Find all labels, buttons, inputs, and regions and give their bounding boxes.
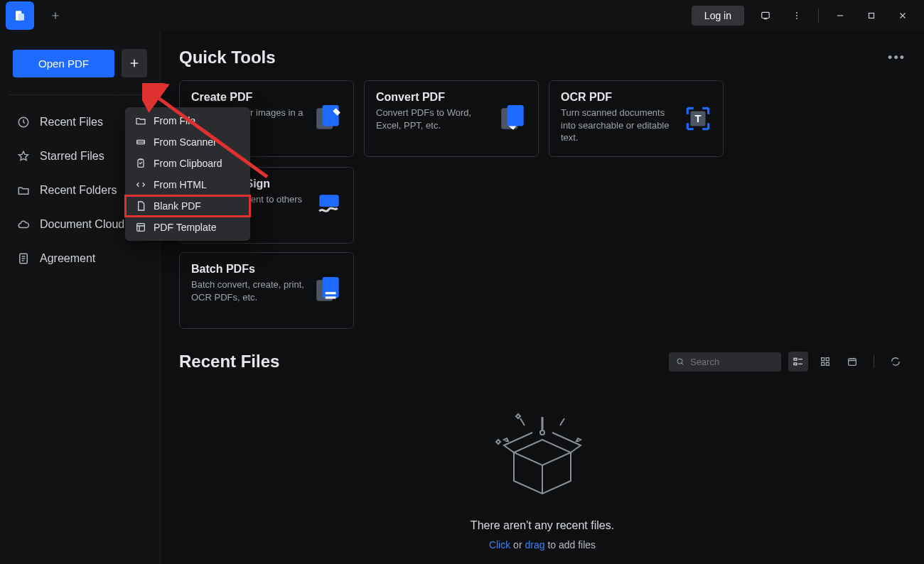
dropdown-item-pdf-template[interactable]: PDF Template	[125, 217, 250, 238]
svg-point-5	[796, 18, 797, 19]
view-list-icon[interactable]	[788, 352, 808, 372]
app-logo[interactable]	[6, 1, 34, 30]
batch-icon	[313, 276, 343, 305]
empty-sub-message: Click or drag to add files	[489, 539, 596, 551]
tool-title: Create PDF	[191, 91, 342, 104]
tools-row: Create PDF Convert files or images in a …	[179, 80, 906, 244]
search-input[interactable]	[690, 357, 774, 367]
close-icon[interactable]	[888, 4, 917, 27]
tools-row-2: Batch PDFs Batch convert, create, print,…	[179, 252, 906, 329]
scanner-icon	[135, 136, 146, 148]
recent-head: Recent Files	[179, 352, 906, 372]
quick-tools-header: Quick Tools •••	[179, 48, 906, 67]
svg-rect-25	[794, 358, 797, 360]
kebab-menu-icon[interactable]	[783, 4, 811, 27]
tool-title: OCR PDF	[561, 91, 711, 104]
recent-controls	[669, 352, 906, 372]
svg-rect-11	[137, 224, 145, 232]
minimize-icon[interactable]	[826, 4, 854, 27]
folder-icon	[135, 115, 146, 126]
svg-point-4	[796, 15, 797, 16]
dropdown-item-label: From Scanner	[154, 136, 217, 148]
divider	[9, 94, 151, 95]
esign-icon	[313, 190, 343, 220]
feedback-icon[interactable]	[751, 4, 780, 27]
txt: to add files	[545, 539, 596, 551]
svg-point-24	[677, 359, 682, 364]
cloud-icon	[17, 218, 30, 231]
empty-state: There aren't any recent files. Click or …	[179, 410, 906, 551]
sidebar-item-label: Agreement	[40, 252, 95, 265]
svg-rect-31	[849, 359, 856, 365]
titlebar-right: Log in	[692, 4, 921, 27]
login-button[interactable]: Log in	[692, 6, 744, 26]
dropdown-item-label: From HTML	[154, 179, 207, 190]
tool-title: Batch PDFs	[191, 263, 342, 276]
dropdown-item-from-scanner[interactable]: From Scanner	[125, 131, 250, 153]
sidebar-item-agreement[interactable]: Agreement	[13, 242, 147, 276]
svg-rect-14	[323, 105, 339, 126]
ocr-pdf-icon: T	[683, 104, 713, 134]
svg-point-32	[540, 430, 544, 435]
view-calendar-icon[interactable]	[842, 352, 862, 372]
more-icon[interactable]: •••	[888, 50, 906, 65]
sidebar-item-label: Starred Files	[40, 150, 104, 163]
svg-rect-2	[762, 12, 770, 18]
tool-desc: Convert PDFs to Word, Excel, PPT, etc.	[376, 107, 490, 131]
sidebar-item-label: Document Cloud	[40, 218, 124, 231]
open-pdf-button[interactable]: Open PDF	[13, 50, 114, 77]
sidebar: Open PDF Recent Files Starred Files Rece…	[0, 31, 161, 564]
create-dropdown: From File From Scanner From Clipboard Fr…	[125, 107, 250, 241]
click-link[interactable]: Click	[489, 539, 510, 551]
folder-icon	[17, 184, 30, 197]
quick-tools-title: Quick Tools	[179, 48, 276, 67]
sidebar-item-label: Recent Files	[40, 116, 103, 129]
svg-rect-1	[18, 13, 24, 21]
title-bar: Log in	[0, 0, 924, 31]
separator	[818, 9, 819, 23]
dropdown-item-label: Blank PDF	[154, 200, 201, 212]
svg-rect-26	[794, 363, 797, 365]
svg-rect-27	[822, 358, 824, 361]
star-icon	[17, 150, 30, 163]
dropdown-item-from-file[interactable]: From File	[125, 110, 250, 131]
svg-rect-6	[869, 13, 874, 18]
svg-rect-22	[326, 292, 336, 294]
search-box[interactable]	[669, 352, 781, 372]
search-icon	[676, 357, 684, 367]
dropdown-item-label: From File	[154, 115, 195, 126]
separator	[874, 355, 874, 368]
svg-rect-29	[822, 362, 824, 365]
create-pdf-icon	[313, 104, 343, 134]
dropdown-item-label: From Clipboard	[154, 158, 222, 169]
empty-message: There aren't any recent files.	[471, 519, 614, 532]
dropdown-item-label: PDF Template	[154, 222, 216, 233]
clock-icon	[17, 116, 30, 129]
create-pdf-plus-button[interactable]	[122, 49, 147, 77]
titlebar-left	[3, 0, 68, 31]
dropdown-item-blank-pdf[interactable]: Blank PDF	[125, 195, 250, 217]
tool-card-ocr-pdf[interactable]: OCR PDF Turn scanned documents into sear…	[549, 80, 724, 157]
drag-link[interactable]: drag	[525, 539, 544, 551]
svg-rect-30	[826, 362, 829, 365]
tool-card-convert-pdf[interactable]: Convert PDF Convert PDFs to Word, Excel,…	[364, 80, 539, 157]
main: Quick Tools ••• Create PDF Convert files…	[161, 31, 924, 564]
sidebar-item-label: Recent Folders	[40, 184, 117, 197]
document-icon	[17, 252, 30, 265]
empty-box-icon	[493, 410, 592, 502]
tool-card-batch-pdfs[interactable]: Batch PDFs Batch convert, create, print,…	[179, 252, 354, 329]
tool-desc: Turn scanned documents into searchable o…	[561, 107, 675, 144]
dropdown-item-from-html[interactable]: From HTML	[125, 174, 250, 195]
svg-rect-19	[319, 195, 338, 207]
svg-point-3	[796, 11, 797, 13]
txt: or	[510, 539, 525, 551]
new-tab-button[interactable]	[43, 3, 68, 28]
tool-title: Convert PDF	[376, 91, 527, 104]
refresh-icon[interactable]	[886, 352, 906, 372]
recent-title: Recent Files	[179, 352, 279, 372]
convert-pdf-icon	[498, 104, 528, 134]
maximize-icon[interactable]	[857, 4, 886, 27]
dropdown-item-from-clipboard[interactable]: From Clipboard	[125, 153, 250, 174]
view-grid-icon[interactable]	[815, 352, 835, 372]
clipboard-icon	[135, 158, 146, 169]
